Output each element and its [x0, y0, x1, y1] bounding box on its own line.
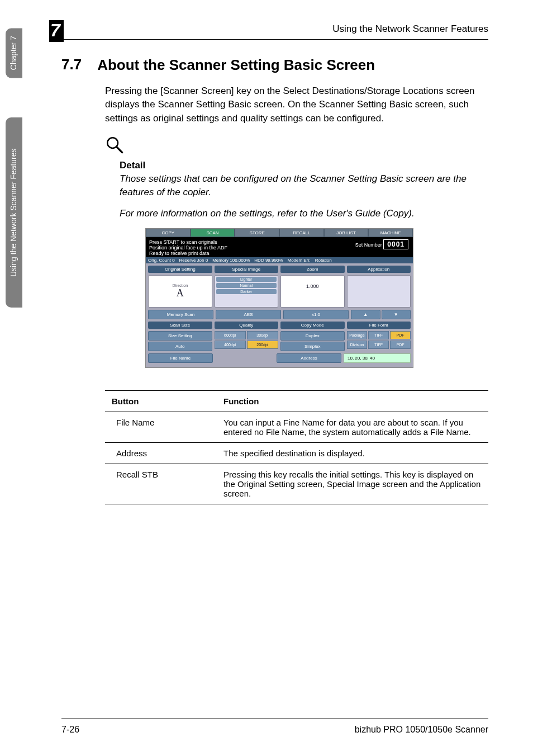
- q-600[interactable]: 600dpi: [215, 331, 246, 339]
- intro-paragraph: Pressing the [Scanner Screen] key on the…: [105, 84, 488, 126]
- panel-tab-application[interactable]: Application: [347, 266, 411, 273]
- td-function: The specified destination is displayed.: [217, 442, 488, 464]
- orig-count: Orig. Count 0: [146, 257, 177, 263]
- aes-button[interactable]: AES: [216, 310, 281, 319]
- main-content: 7.7 About the Scanner Setting Basic Scre…: [61, 56, 488, 504]
- direction-value: A: [150, 287, 211, 299]
- tab-copy[interactable]: COPY: [146, 229, 191, 237]
- panel-tab-original[interactable]: Original Setting: [148, 266, 212, 273]
- section-number: 7.7: [61, 56, 82, 73]
- set-number-label: Set Number: [355, 242, 382, 248]
- set-number: Set Number 0001: [355, 240, 408, 248]
- section-head: 7.7 About the Scanner Setting Basic Scre…: [61, 56, 488, 74]
- direction-label: Direction: [150, 284, 211, 287]
- simplex-button[interactable]: Simplex: [280, 342, 345, 351]
- footer-line: [61, 719, 488, 719]
- direction-box[interactable]: Direction A: [148, 275, 212, 308]
- td-button: Address: [105, 442, 217, 464]
- hdr-copy-mode: Copy Mode: [280, 322, 345, 329]
- status-bar: Orig. Count 0 Reserve Job 0 Memory 100.0…: [146, 257, 413, 263]
- top-tabs: COPY SCAN STORE RECALL JOB LIST MACHINE: [146, 229, 413, 237]
- address-button[interactable]: Address: [277, 353, 341, 363]
- td-function: You can input a Fine Name for data you a…: [217, 412, 488, 442]
- up-button[interactable]: ▲: [351, 310, 380, 319]
- hdr-quality: Quality: [215, 322, 279, 329]
- density-darker[interactable]: Darker: [216, 289, 277, 294]
- detail-text-2: For more information on the settings, re…: [120, 207, 488, 220]
- info-area: Press START to scan originals Position o…: [146, 237, 413, 257]
- hdd: HDD 99.990%: [252, 257, 285, 263]
- tab-recall[interactable]: RECALL: [279, 229, 324, 237]
- feature-tab: Using the Network Scanner Features: [6, 117, 22, 308]
- section-title: About the Scanner Setting Basic Screen: [97, 56, 375, 74]
- rotation: Rotation: [313, 257, 334, 263]
- panel-tab-zoom[interactable]: Zoom: [280, 266, 345, 273]
- panel-tab-special[interactable]: Special Image: [215, 266, 279, 273]
- tab-machine[interactable]: MACHINE: [368, 229, 413, 237]
- size-auto-button[interactable]: Auto: [148, 342, 212, 351]
- svg-line-1: [116, 147, 122, 153]
- group-headers: Scan Size Quality Copy Mode File Form: [148, 322, 411, 329]
- scanner-screenshot: COPY SCAN STORE RECALL JOB LIST MACHINE …: [145, 228, 488, 368]
- address-value: 10, 20, 30, 40: [344, 353, 411, 363]
- tab-scan[interactable]: SCAN: [191, 229, 235, 237]
- table-row: File Name You can input a Fine Name for …: [105, 412, 488, 442]
- hdr-file-form: File Form: [347, 322, 411, 329]
- panel-tabs: Original Setting Special Image Zoom Appl…: [148, 266, 411, 273]
- ff-tiff-1[interactable]: TIFF: [368, 331, 389, 339]
- th-function: Function: [217, 390, 488, 412]
- running-head: Using the Network Scanner Features: [332, 23, 488, 35]
- button-function-table: Button Function File Name You can input …: [105, 390, 488, 504]
- hdr-scan-size: Scan Size: [148, 322, 212, 329]
- magnifier-icon: [105, 135, 488, 157]
- modem-err: Modem Err.: [285, 257, 312, 263]
- density-normal[interactable]: Normal: [216, 283, 277, 288]
- product-name: bizhub PRO 1050/1050e Scanner: [355, 725, 488, 735]
- memory: Memory 100.000%: [210, 257, 252, 263]
- detail-label: Detail: [120, 160, 488, 171]
- th-button: Button: [105, 390, 217, 412]
- set-number-value: 0001: [383, 239, 408, 249]
- page-number: 7-26: [61, 725, 79, 735]
- table-row: Address The specified destination is dis…: [105, 442, 488, 464]
- zoom-value: 1.000: [280, 275, 345, 308]
- tab-store[interactable]: STORE: [235, 229, 279, 237]
- x1-button[interactable]: x1.0: [283, 310, 349, 319]
- down-button[interactable]: ▼: [382, 310, 411, 319]
- tab-joblist[interactable]: JOB LIST: [324, 229, 369, 237]
- ff-division[interactable]: Division: [347, 341, 368, 349]
- ff-pdf-2[interactable]: PDF: [390, 341, 411, 349]
- td-function: Pressing this key recalls the initial se…: [217, 464, 488, 504]
- file-name-button[interactable]: File Name: [148, 353, 213, 363]
- duplex-button[interactable]: Duplex: [280, 331, 345, 341]
- density-stack: Lighter Normal Darker: [215, 275, 279, 308]
- memory-scan-button[interactable]: Memory Scan: [148, 310, 213, 319]
- header-underline: [49, 39, 488, 40]
- q-200[interactable]: 200dpi: [247, 341, 278, 349]
- td-button: Recall STB: [105, 464, 217, 504]
- density-lighter[interactable]: Lighter: [216, 277, 277, 282]
- q-400[interactable]: 400dpi: [215, 341, 246, 349]
- chapter-tab: Chapter 7: [6, 28, 22, 78]
- ff-pdf-1[interactable]: PDF: [390, 331, 411, 339]
- ff-tiff-2[interactable]: TIFF: [368, 341, 389, 349]
- ff-package[interactable]: Package: [347, 331, 368, 339]
- reserve-job: Reserve Job 0: [177, 257, 211, 263]
- size-setting-button[interactable]: Size Setting: [148, 331, 212, 341]
- detail-text-1: Those settings that can be configured on…: [120, 172, 488, 199]
- footer: 7-26 bizhub PRO 1050/1050e Scanner: [61, 725, 488, 735]
- q-300[interactable]: 300dpi: [247, 331, 278, 339]
- application-blank: [347, 275, 411, 308]
- table-row: Recall STB Pressing this key recalls the…: [105, 464, 488, 504]
- info-line3: Ready to receive print data: [149, 251, 410, 256]
- td-button: File Name: [105, 412, 217, 442]
